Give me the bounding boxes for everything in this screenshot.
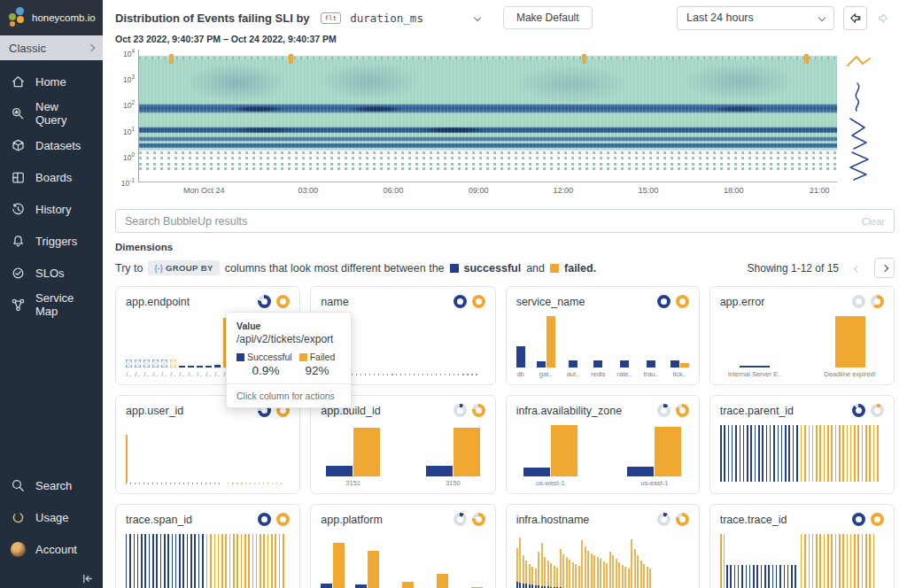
bar-group[interactable]: 3151 — [326, 428, 380, 487]
dimension-card[interactable]: trace.span_id — [115, 504, 300, 588]
dimension-card[interactable]: app.platform — [310, 504, 495, 588]
bar[interactable] — [618, 562, 620, 588]
bar[interactable] — [647, 567, 648, 588]
bar[interactable] — [326, 466, 353, 476]
bar[interactable] — [214, 365, 221, 368]
bar-group[interactable] — [390, 582, 414, 588]
bar[interactable] — [622, 565, 624, 588]
bar-group[interactable]: /.. — [143, 360, 150, 378]
sidebar-item-search[interactable]: Search — [0, 469, 103, 501]
dimension-card[interactable]: infra.availability_zoneus-west-1us-east-… — [506, 395, 700, 494]
bar[interactable] — [126, 435, 128, 483]
bar-group[interactable]: /.. — [179, 366, 185, 378]
heatmap-chart[interactable]: 10410310210110010-1 Mon Oct 2403:0006:00… — [115, 48, 895, 198]
field-selector[interactable]: duration_ms — [350, 12, 423, 25]
bar-group[interactable]: /.. — [197, 366, 203, 378]
bar[interactable] — [135, 360, 141, 368]
bar-group[interactable]: gat.. — [537, 316, 555, 378]
bar[interactable] — [333, 543, 345, 588]
bar-group[interactable]: 3150 — [426, 428, 480, 487]
bar-group[interactable]: us-west-1 — [523, 425, 578, 487]
bar[interactable] — [523, 584, 524, 588]
bar[interactable] — [454, 428, 480, 476]
dimension-card[interactable]: trace.trace_id — [709, 504, 895, 588]
bar[interactable] — [631, 539, 632, 588]
bar[interactable] — [835, 316, 865, 368]
chevron-down-icon[interactable] — [474, 14, 481, 21]
stripe-block[interactable] — [206, 534, 285, 588]
bar[interactable] — [616, 559, 617, 588]
sidebar-item-service-map[interactable]: Service Map — [0, 289, 103, 321]
bar[interactable] — [537, 361, 546, 368]
bar[interactable] — [516, 582, 518, 588]
bar[interactable] — [525, 584, 527, 588]
bar[interactable] — [609, 552, 611, 588]
bar[interactable] — [593, 360, 602, 368]
bar-group[interactable]: /.. — [135, 360, 141, 378]
bar-group[interactable]: /.. — [126, 360, 132, 378]
bar-group[interactable]: us-east-1 — [627, 427, 681, 487]
dimension-card[interactable]: app.errorInternal Server E..Deadline exp… — [709, 286, 895, 385]
bar-group[interactable]: /.. — [170, 360, 176, 378]
bar-group[interactable]: aut.. — [567, 360, 580, 378]
sidebar-item-history[interactable]: History — [0, 193, 103, 225]
search-input[interactable] — [125, 215, 862, 228]
sidebar-item-account[interactable]: Account — [0, 533, 103, 565]
bar[interactable] — [519, 583, 521, 588]
bar[interactable] — [437, 574, 448, 588]
bar[interactable] — [581, 540, 583, 588]
dimension-card[interactable]: infra.hostname — [506, 504, 700, 588]
sidebar-item-slos[interactable]: SLOs — [0, 257, 103, 289]
bar[interactable] — [655, 427, 681, 476]
dimension-card[interactable]: service_namedbgat..aut..redisrate..frau.… — [506, 286, 700, 385]
previous-page-button[interactable] — [855, 262, 860, 275]
bar-group[interactable]: /.. — [188, 366, 194, 378]
bar-group[interactable]: /.. — [214, 365, 221, 378]
bar[interactable] — [680, 363, 689, 368]
bar-group[interactable]: redis — [591, 360, 605, 378]
bar-group[interactable] — [424, 574, 448, 588]
environment-selector[interactable]: Classic — [0, 35, 103, 60]
logo[interactable]: honeycomb.io — [0, 0, 103, 35]
time-range-select[interactable]: Last 24 hours — [677, 6, 834, 30]
time-forward-button[interactable] — [871, 6, 895, 30]
group-by-chip[interactable]: {-}GROUP BY — [148, 260, 219, 275]
bar[interactable] — [569, 360, 578, 368]
bar-group[interactable]: db — [516, 346, 525, 378]
stripe-block[interactable] — [720, 425, 799, 482]
heatmap-plot[interactable] — [138, 50, 837, 182]
sidebar-item-home[interactable]: Home — [0, 66, 103, 97]
stripe-block[interactable] — [801, 425, 880, 482]
time-back-button[interactable] — [843, 6, 867, 30]
stripe-block[interactable] — [720, 534, 725, 588]
bar[interactable] — [740, 366, 770, 368]
bar[interactable] — [402, 582, 414, 588]
bar-group[interactable]: /.. — [152, 360, 159, 378]
bar[interactable] — [170, 360, 176, 368]
dimension-card[interactable]: app.build_id31513150 — [310, 395, 495, 494]
bar-group[interactable]: /.. — [161, 360, 167, 378]
sidebar-item-triggers[interactable]: Triggers — [0, 225, 103, 257]
sidebar-collapse[interactable] — [0, 569, 103, 588]
bar[interactable] — [649, 569, 651, 588]
bar-group[interactable]: frau.. — [644, 360, 659, 378]
bar[interactable] — [126, 360, 132, 368]
bar-group[interactable]: tick.. — [671, 360, 689, 378]
bar[interactable] — [531, 584, 533, 588]
bar-group[interactable] — [355, 551, 379, 588]
bar-group[interactable]: Internal Server E.. — [728, 366, 781, 378]
bar[interactable] — [197, 366, 203, 368]
sidebar-item-usage[interactable]: Usage — [0, 501, 103, 533]
bar[interactable] — [634, 549, 636, 588]
bar-group[interactable]: Deadline expired! — [824, 316, 875, 378]
bar[interactable] — [368, 551, 379, 588]
bar[interactable] — [671, 360, 679, 368]
stripe-block[interactable] — [726, 565, 799, 588]
bar[interactable] — [637, 555, 639, 588]
bar[interactable] — [628, 569, 630, 588]
bar[interactable] — [355, 584, 367, 588]
bar[interactable] — [519, 538, 521, 588]
bar[interactable] — [647, 360, 655, 368]
bar[interactable] — [612, 555, 614, 588]
bar[interactable] — [161, 360, 167, 368]
